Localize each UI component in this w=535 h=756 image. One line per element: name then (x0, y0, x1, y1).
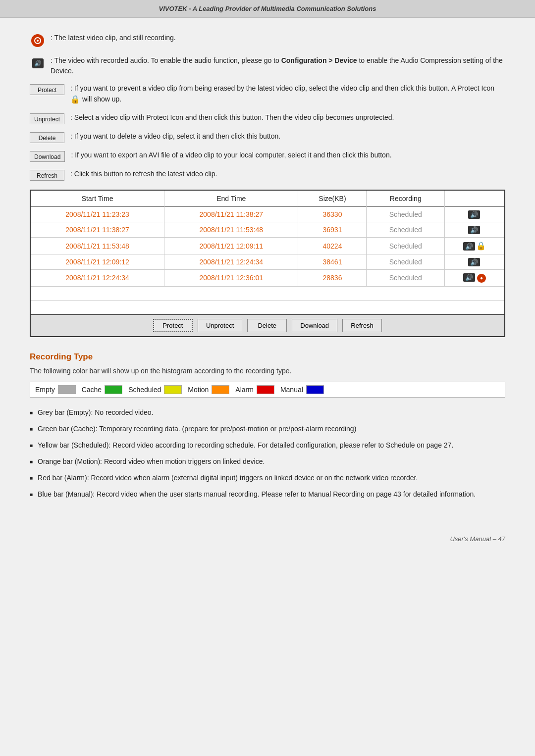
cell-size: 36931 (298, 222, 367, 238)
cell-size: 40224 (298, 238, 367, 254)
cell-size: 38461 (298, 254, 367, 270)
list-item: Grey bar (Empty): No recorded video. (30, 407, 505, 418)
footer-download-button[interactable]: Download (292, 319, 337, 332)
recording-type-section: Recording Type The following color bar w… (30, 352, 505, 500)
unprotect-label: Unprotect (30, 113, 64, 124)
cell-size: 28836 (298, 270, 367, 287)
list-item: Orange bar (Motion): Record video when m… (30, 456, 505, 467)
legend-download: Download : If you want to export an AVI … (30, 150, 505, 162)
color-swatch (58, 385, 76, 394)
table-row[interactable]: 2008/11/21 12:24:342008/11/21 12:36:0128… (31, 270, 504, 287)
video-table-container: Start Time End Time Size(KB) Recording 2… (30, 190, 505, 337)
video-clip-icon (30, 33, 46, 49)
footer-protect-button[interactable]: Protect (153, 319, 193, 332)
cell-end-time: 2008/11/21 12:24:34 (164, 254, 298, 270)
legend-refresh-text: : Click this button to refresh the lates… (70, 169, 217, 179)
list-item: Yellow bar (Scheduled): Record video acc… (30, 440, 505, 451)
delete-label: Delete (30, 132, 64, 143)
color-bar-label: Empty (35, 386, 55, 394)
color-bar-item: Motion (188, 385, 229, 394)
header-bar: VIVOTEK - A Leading Provider of Multimed… (0, 0, 535, 18)
bullet-list: Grey bar (Empty): No recorded video.Gree… (30, 407, 505, 500)
recording-type-desc: The following color bar will show up on … (30, 367, 505, 375)
refresh-label: Refresh (30, 170, 64, 181)
cell-start-time: 2008/11/21 11:38:27 (31, 222, 164, 238)
cell-start-time: 2008/11/21 12:09:12 (31, 254, 164, 270)
legend-download-text: : If you want to export an AVI file of a… (71, 150, 391, 160)
table-row-empty (31, 286, 504, 300)
video-table: Start Time End Time Size(KB) Recording 2… (31, 191, 504, 314)
legend-item-1-text: : The latest video clip, and still recor… (51, 33, 176, 43)
color-swatch (306, 385, 324, 394)
list-item: Blue bar (Manual): Record video when the… (30, 489, 505, 500)
cell-start-time: 2008/11/21 11:23:23 (31, 207, 164, 222)
table-row[interactable]: 2008/11/21 11:38:272008/11/21 11:53:4836… (31, 222, 504, 238)
header-title: VIVOTEK - A Leading Provider of Multimed… (159, 5, 376, 12)
cell-recording: Scheduled (367, 238, 445, 254)
legend-protect-text: : If you want to prevent a video clip fr… (70, 83, 505, 105)
svg-point-2 (37, 40, 39, 42)
page-footer: User's Manual – 47 (0, 525, 535, 553)
cell-recording: Scheduled (367, 207, 445, 222)
col-start-time: Start Time (31, 191, 164, 207)
cell-icon: 🔊🔒 (445, 238, 504, 254)
color-bar-item: Cache (82, 385, 122, 394)
col-end-time: End Time (164, 191, 298, 207)
cell-end-time: 2008/11/21 12:09:11 (164, 238, 298, 254)
color-bar-item: Empty (35, 385, 76, 394)
color-swatch (257, 385, 274, 394)
cell-end-time: 2008/11/21 12:36:01 (164, 270, 298, 287)
color-bar-item: Manual (280, 385, 324, 394)
table-row-empty (31, 300, 504, 314)
color-swatch (212, 385, 229, 394)
table-footer: Protect Unprotect Delete Download Refres… (31, 314, 504, 336)
col-icons (445, 191, 504, 207)
cell-recording: Scheduled (367, 254, 445, 270)
col-size: Size(KB) (298, 191, 367, 207)
table-row[interactable]: 2008/11/21 11:23:232008/11/21 11:38:2736… (31, 207, 504, 222)
cell-start-time: 2008/11/21 11:53:48 (31, 238, 164, 254)
col-recording: Recording (367, 191, 445, 207)
color-bar-label: Scheduled (128, 386, 161, 394)
page-number: User's Manual – 47 (450, 535, 505, 543)
cell-size: 36330 (298, 207, 367, 222)
cell-end-time: 2008/11/21 11:53:48 (164, 222, 298, 238)
cell-end-time: 2008/11/21 11:38:27 (164, 207, 298, 222)
footer-unprotect-button[interactable]: Unprotect (198, 319, 242, 332)
table-row[interactable]: 2008/11/21 12:09:122008/11/21 12:24:3438… (31, 254, 504, 270)
color-bar-row: EmptyCacheScheduledMotionAlarmManual (30, 382, 505, 398)
list-item: Red bar (Alarm): Record video when alarm… (30, 473, 505, 483)
legend-item-2-text: : The video with recorded audio. To enab… (51, 55, 505, 76)
legend-delete: Delete : If you want to delete a video c… (30, 131, 505, 143)
footer-delete-button[interactable]: Delete (247, 319, 287, 332)
cell-icon: 🔊 (445, 254, 504, 270)
color-bar-label: Alarm (235, 386, 254, 394)
legend-section: : The latest video clip, and still recor… (30, 33, 505, 181)
cell-icon: 🔊 (445, 222, 504, 238)
legend-unprotect-text: : Select a video clip with Protect Icon … (70, 112, 394, 123)
legend-item-1: : The latest video clip, and still recor… (30, 33, 505, 49)
color-bar-label: Manual (280, 386, 303, 394)
list-item: Green bar (Cache): Temporary recording d… (30, 424, 505, 434)
legend-delete-text: : If you want to delete a video clip, se… (70, 131, 280, 142)
recording-type-title: Recording Type (30, 352, 505, 362)
color-swatch (105, 385, 122, 394)
legend-protect: Protect : If you want to prevent a video… (30, 83, 505, 105)
cell-icon: 🔊 (445, 207, 504, 222)
table-row[interactable]: 2008/11/21 11:53:482008/11/21 12:09:1140… (31, 238, 504, 254)
table-header-row: Start Time End Time Size(KB) Recording (31, 191, 504, 207)
color-bar-item: Scheduled (128, 385, 182, 394)
cell-recording: Scheduled (367, 222, 445, 238)
cell-icon: 🔊● (445, 270, 504, 287)
download-label: Download (30, 151, 65, 162)
audio-icon: 🔊 (30, 55, 46, 71)
protect-label: Protect (30, 84, 64, 95)
color-bar-item: Alarm (235, 385, 274, 394)
footer-refresh-button[interactable]: Refresh (342, 319, 382, 332)
legend-item-2: 🔊 : The video with recorded audio. To en… (30, 55, 505, 76)
legend-refresh: Refresh : Click this button to refresh t… (30, 169, 505, 181)
color-bar-label: Motion (188, 386, 209, 394)
legend-unprotect: Unprotect : Select a video clip with Pro… (30, 112, 505, 124)
color-swatch (164, 385, 182, 394)
cell-start-time: 2008/11/21 12:24:34 (31, 270, 164, 287)
